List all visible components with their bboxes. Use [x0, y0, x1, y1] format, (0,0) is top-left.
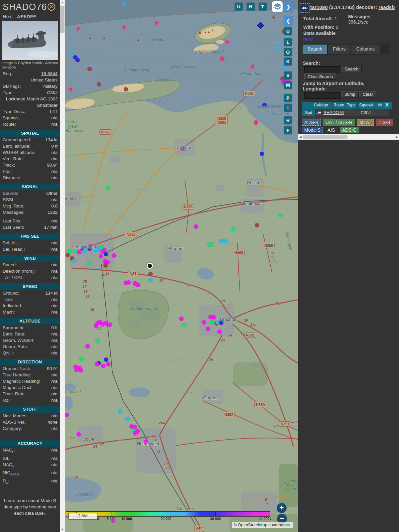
- table-callsign-link[interactable]: SHADO76: [324, 110, 344, 115]
- filter-ads-c[interactable]: ADS-C: [340, 127, 359, 133]
- aircraft-history-dot[interactable]: [101, 364, 105, 368]
- aircraft-history-dot[interactable]: [79, 357, 84, 361]
- aircraft-marker[interactable]: [121, 0, 127, 6]
- scroll-right-icon[interactable]: ▶: [395, 134, 399, 140]
- aircraft-history-dot[interactable]: [65, 413, 69, 417]
- map-side-button-P[interactable]: P: [284, 94, 292, 102]
- data-row-value[interactable]: 16-5844: [15, 70, 58, 77]
- aircraft-history-dot[interactable]: [278, 213, 283, 217]
- aircraft-history-dot[interactable]: [194, 224, 198, 229]
- table-header-Callsign[interactable]: Callsign: [309, 102, 332, 109]
- map-canvas[interactable]: LeeuwardenStiensDokkumKollumBuitenpostBu…: [65, 0, 298, 532]
- aircraft-history-dot[interactable]: [79, 368, 83, 372]
- aircraft-history-dot[interactable]: [85, 344, 90, 348]
- aircraft-history-dot[interactable]: [104, 252, 108, 256]
- aircraft-history-dot[interactable]: [179, 317, 184, 321]
- aircraft-marker-diamond[interactable]: [257, 22, 264, 29]
- aircraft-history-dot[interactable]: [219, 239, 223, 243]
- table-header-Spd[interactable]: Spd: [302, 109, 315, 116]
- aircraft-marker[interactable]: [198, 31, 201, 34]
- filter-ais[interactable]: AIS: [325, 127, 337, 133]
- map-button-T[interactable]: T: [259, 3, 267, 11]
- hscroll-thumb[interactable]: [303, 135, 347, 139]
- map-side-button-V[interactable]: V: [284, 71, 292, 79]
- aircraft-history-dot[interactable]: [74, 368, 79, 372]
- aircraft-history-dot[interactable]: [103, 263, 108, 268]
- aircraft-history-dot[interactable]: [87, 261, 91, 265]
- map-side-button-F[interactable]: F: [284, 126, 292, 134]
- aircraft-history-dot[interactable]: [276, 45, 280, 50]
- aircraft-history-dot[interactable]: [260, 152, 264, 156]
- aircraft-history-dot[interactable]: [124, 87, 128, 91]
- aircraft-history-dot[interactable]: [231, 227, 235, 231]
- aircraft-history-dot[interactable]: [254, 120, 258, 125]
- aircraft-history-dot[interactable]: [223, 239, 227, 243]
- aircraft-marker[interactable]: [153, 21, 159, 27]
- map-button-U[interactable]: U: [235, 3, 243, 11]
- search-button[interactable]: Search: [341, 66, 362, 72]
- aircraft-marker[interactable]: [68, 87, 74, 93]
- map-side-button-⚙[interactable]: ⚙: [284, 27, 292, 35]
- aircraft-history-dot[interactable]: [72, 259, 76, 263]
- filter-uat-ads-r[interactable]: UAT / ADS-R: [323, 119, 355, 126]
- jump-input[interactable]: [304, 92, 341, 99]
- sidebar-scrollbar[interactable]: ▲ ▼: [60, 0, 65, 532]
- map-side-button-L[interactable]: L: [284, 38, 292, 46]
- selected-aircraft-marker[interactable]: [147, 263, 153, 269]
- aircraft-marker[interactable]: [272, 14, 276, 19]
- zoom-in-button[interactable]: +: [277, 503, 287, 513]
- osm-attribution[interactable]: © OpenStreetMap contributors.: [232, 522, 293, 528]
- map-side-button-I[interactable]: I: [284, 104, 292, 112]
- aircraft-marker[interactable]: [249, 63, 256, 69]
- tab-columns[interactable]: Columns: [351, 44, 380, 55]
- map-button-H[interactable]: H: [247, 3, 255, 11]
- map-side-button-R[interactable]: R: [284, 116, 292, 124]
- aircraft-marker[interactable]: [223, 40, 230, 46]
- aircraft-history-dot[interactable]: [112, 253, 116, 258]
- aircraft-history-dot[interactable]: [148, 272, 153, 276]
- jump-clear-button[interactable]: Clear: [359, 91, 376, 97]
- aircraft-history-dot[interactable]: [126, 280, 131, 285]
- aircraft-history-dot[interactable]: [68, 52, 73, 56]
- aircraft-history-dot[interactable]: [106, 186, 110, 190]
- aircraft-history-dot[interactable]: [95, 362, 99, 366]
- aircraft-history-dot[interactable]: [99, 254, 103, 258]
- aircraft-history-dot[interactable]: [125, 417, 130, 421]
- map-side-button-❯[interactable]: ❯: [284, 2, 293, 12]
- aircraft-history-dot[interactable]: [73, 249, 77, 253]
- aircraft-history-dot[interactable]: [95, 338, 100, 343]
- map-side-button-K[interactable]: K: [284, 58, 292, 66]
- table-header-Alt. (ft)[interactable]: Alt. (ft): [375, 102, 392, 109]
- aircraft-history-dot[interactable]: [106, 362, 110, 366]
- aircraft-history-dot[interactable]: [118, 409, 122, 414]
- aircraft-history-dot[interactable]: [202, 320, 206, 325]
- aircraft-history-dot[interactable]: [75, 58, 80, 62]
- aircraft-history-dot[interactable]: [77, 250, 81, 254]
- table-header-Squawk[interactable]: Squawk: [358, 102, 375, 109]
- filter-ads-b[interactable]: ADS-B: [302, 119, 321, 126]
- aircraft-history-dot[interactable]: [220, 57, 224, 61]
- table-cell[interactable]: SHADO76: [323, 109, 347, 116]
- aircraft-history-dot[interactable]: [136, 283, 140, 287]
- readsb-link[interactable]: readsb: [378, 4, 395, 10]
- layers-button[interactable]: [272, 1, 283, 12]
- close-icon[interactable]: ✕: [48, 3, 55, 11]
- aircraft-history-dot[interactable]: [282, 65, 287, 69]
- filter-mode-s[interactable]: Mode-S: [302, 127, 323, 133]
- table-header-Type[interactable]: Type: [345, 102, 357, 109]
- map-side-button-O[interactable]: O: [284, 48, 292, 56]
- aircraft-history-dot[interactable]: [206, 327, 210, 331]
- scroll-down-icon[interactable]: ▼: [60, 527, 65, 532]
- aircraft-history-dot[interactable]: [97, 82, 101, 86]
- aircraft-history-dot[interactable]: [210, 242, 214, 246]
- stats-here-link[interactable]: here: [303, 36, 313, 42]
- aircraft-history-dot[interactable]: [66, 253, 70, 257]
- aircraft-history-dot[interactable]: [182, 323, 186, 327]
- aircraft-history-dot[interactable]: [108, 323, 112, 327]
- aircraft-marker[interactable]: [74, 26, 81, 33]
- filter-tis-b[interactable]: TIS-B: [376, 119, 393, 126]
- aircraft-history-dot[interactable]: [87, 67, 92, 71]
- panel-horizontal-scrollbar[interactable]: ◀ ▶: [298, 134, 399, 140]
- scroll-up-icon[interactable]: ▲: [60, 0, 65, 5]
- aircraft-history-dot[interactable]: [255, 223, 259, 227]
